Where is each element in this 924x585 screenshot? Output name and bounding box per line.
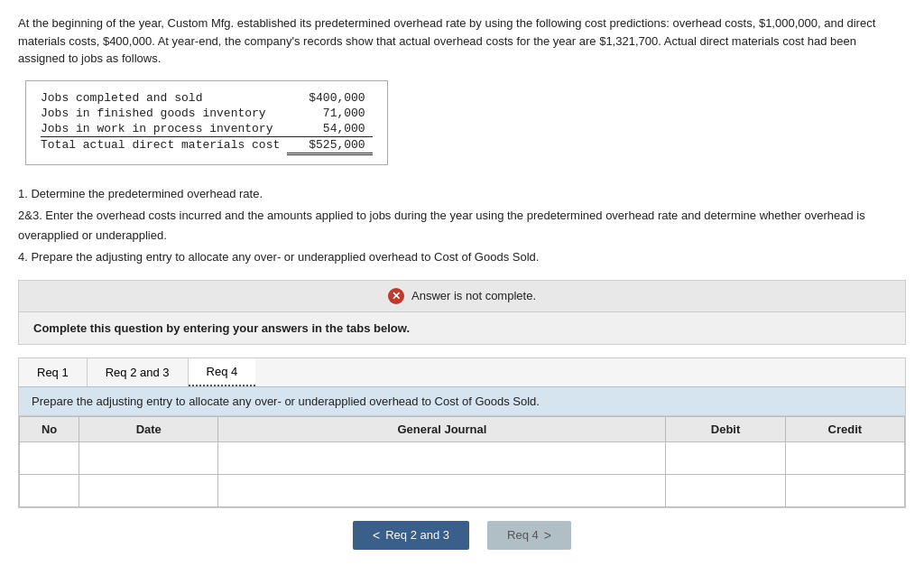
cost-table-row: Jobs in work in process inventory54,000 [41,121,373,137]
cost-table-row: Jobs completed and sold$400,000 [41,90,373,106]
cost-label: Jobs completed and sold [41,90,287,106]
answer-banner-text: Answer is not complete. [411,289,536,302]
cost-table: Jobs completed and sold$400,000Jobs in f… [25,80,388,165]
col-header-credit: Credit [785,416,904,441]
tab-req1[interactable]: Req 1 [19,358,88,386]
x-icon: ✕ [388,288,404,304]
cost-amount: 54,000 [287,121,372,137]
next-arrow: > [544,528,551,543]
cell-debit[interactable] [666,441,785,474]
instructions-block: 1. Determine the predetermined overhead … [18,184,906,267]
cost-total-row: Total actual direct materials cost$525,0… [41,136,373,153]
cost-label: Jobs in finished goods inventory [41,106,287,121]
next-label: Req 4 [507,528,539,542]
prev-label: Req 2 and 3 [385,528,449,542]
cell-no[interactable] [20,474,79,506]
table-row [20,441,905,474]
tab-req23[interactable]: Req 2 and 3 [88,358,189,386]
next-button[interactable]: Req 4 > [487,521,571,550]
complete-banner: Complete this question by entering your … [18,312,906,345]
intro-paragraph: At the beginning of the year, Custom Mfg… [18,14,906,68]
tab-req4[interactable]: Req 4 [189,358,256,386]
prev-arrow: < [373,528,380,543]
cost-amount: $400,000 [287,90,372,106]
col-header-general-journal: General Journal [218,416,666,441]
tabs-container: Req 1Req 2 and 3Req 4 Prepare the adjust… [18,358,906,508]
cost-amount: 71,000 [287,106,372,121]
col-header-no: No [20,416,79,441]
cell-general-journal[interactable] [218,474,666,506]
cell-credit[interactable] [785,441,904,474]
cell-general-journal[interactable] [218,441,666,474]
instruction-item: 1. Determine the predetermined overhead … [18,184,906,204]
journal-table: No Date General Journal Debit Credit [19,416,905,507]
cell-date[interactable] [79,474,218,506]
instruction-item: 2&3. Enter the overhead costs incurred a… [18,206,906,246]
nav-buttons: < Req 2 and 3 Req 4 > [18,508,906,557]
cost-total-amount: $525,000 [287,136,372,153]
cell-debit[interactable] [666,474,785,506]
table-row [20,474,905,506]
tabs-row: Req 1Req 2 and 3Req 4 [19,358,905,387]
cost-total-label: Total actual direct materials cost [41,136,287,153]
prepare-text: Prepare the adjusting entry to allocate … [19,387,905,416]
cell-credit[interactable] [785,474,904,506]
cost-label: Jobs in work in process inventory [41,121,287,137]
cell-no[interactable] [20,441,79,474]
answer-banner: ✕ Answer is not complete. [18,280,906,312]
col-header-debit: Debit [666,416,785,441]
cost-table-row: Jobs in finished goods inventory71,000 [41,106,373,121]
tab-content: Prepare the adjusting entry to allocate … [19,387,905,507]
prev-button[interactable]: < Req 2 and 3 [353,521,469,550]
cell-date[interactable] [79,441,218,474]
col-header-date: Date [79,416,218,441]
instruction-item: 4. Prepare the adjusting entry to alloca… [18,247,906,267]
